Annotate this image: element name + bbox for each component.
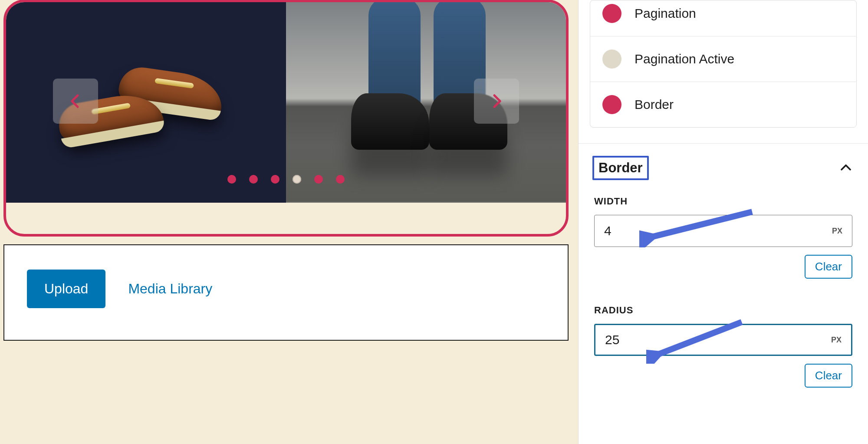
color-label: Pagination Active — [635, 52, 734, 66]
section-title: Border — [592, 156, 649, 180]
chevron-up-icon — [839, 161, 852, 174]
chevron-left-icon — [67, 92, 84, 110]
pagination-dot[interactable] — [249, 175, 258, 184]
color-swatch — [602, 49, 621, 69]
border-radius-field: RADIUS PX Clear — [579, 305, 868, 400]
chevron-right-icon — [488, 92, 505, 110]
media-library-link[interactable]: Media Library — [128, 281, 212, 297]
inspector-sidebar: PaginationPagination ActiveBorder Border… — [578, 0, 868, 444]
carousel-slide — [6, 2, 286, 203]
upload-button[interactable]: Upload — [27, 270, 105, 308]
pagination-dot[interactable] — [314, 175, 323, 184]
carousel-slide — [286, 2, 566, 203]
pagination-dot[interactable] — [227, 175, 236, 184]
color-swatch — [602, 4, 621, 23]
width-input-row[interactable]: PX — [594, 215, 852, 247]
carousel-next-button[interactable] — [474, 79, 519, 124]
field-label: RADIUS — [594, 305, 852, 316]
width-input[interactable] — [604, 215, 832, 247]
color-row[interactable]: Pagination Active — [590, 36, 856, 82]
carousel-pagination — [6, 175, 566, 184]
carousel-prev-button[interactable] — [53, 79, 98, 124]
border-section-header[interactable]: Border — [579, 144, 868, 196]
unit-label: PX — [831, 335, 842, 345]
field-label: WIDTH — [594, 196, 852, 207]
unit-label: PX — [832, 227, 842, 236]
clear-radius-button[interactable]: Clear — [805, 364, 852, 388]
radius-input-row[interactable]: PX — [594, 324, 852, 356]
editor-canvas: Upload Media Library — [0, 0, 578, 444]
clear-width-button[interactable]: Clear — [805, 255, 852, 279]
carousel-block[interactable] — [3, 0, 569, 237]
color-row[interactable]: Pagination — [590, 0, 856, 36]
color-settings-list: PaginationPagination ActiveBorder — [590, 0, 857, 128]
color-label: Border — [635, 97, 674, 112]
color-row[interactable]: Border — [590, 82, 856, 127]
color-label: Pagination — [635, 6, 696, 21]
border-width-field: WIDTH PX Clear — [579, 196, 868, 291]
pagination-dot[interactable] — [271, 175, 279, 184]
color-swatch — [602, 95, 621, 114]
pagination-dot[interactable] — [293, 175, 301, 184]
pagination-dot[interactable] — [336, 175, 345, 184]
radius-input[interactable] — [605, 325, 831, 355]
media-upload-panel: Upload Media Library — [3, 244, 569, 341]
